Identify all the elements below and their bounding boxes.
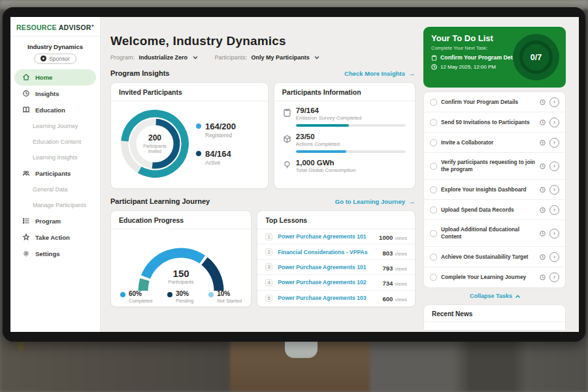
active-dot — [196, 151, 201, 156]
clock-icon — [540, 120, 546, 125]
lesson-link[interactable]: Power Purchase Agreements 102 — [278, 279, 377, 286]
todo-progress-count: 0/7 — [531, 53, 542, 62]
lesson-link[interactable]: Financial Considerations - VPPAs — [278, 249, 377, 255]
todo-next-task: Confirm Your Program Details — [440, 54, 522, 61]
education-progress-card: Education Progress 150 Participants 60% … — [110, 210, 252, 307]
emission-survey-progress — [296, 124, 406, 127]
clipboard-icon — [431, 55, 437, 61]
participants-filter-value: Only My Participants — [252, 54, 310, 61]
sidebar-item-take-action[interactable]: Take Action — [14, 229, 96, 246]
go-to-learning-journey-link[interactable]: Go to Learning Journey → — [335, 197, 416, 205]
home-icon — [22, 73, 30, 81]
task-checkbox[interactable] — [430, 139, 437, 146]
lesson-link[interactable]: Power Purchase Agreements 103 — [278, 295, 377, 301]
take-action-icon — [22, 233, 30, 241]
book-icon — [22, 106, 30, 114]
gear-icon — [22, 250, 30, 257]
todo-panel: Your To Do List Complete Your Next Task:… — [423, 17, 567, 332]
task-row: Send 50 Invitations to Participants › — [424, 112, 565, 133]
sidebar-item-education[interactable]: Education — [14, 102, 96, 118]
sidebar-item-learning-insights[interactable]: Learning Insights — [10, 150, 100, 165]
sponsor-badge[interactable]: Sponsor — [34, 54, 76, 64]
sidebar: RESOURCE ADVISOR+ Industry Dynamics Spon… — [10, 17, 101, 332]
task-go-button[interactable]: › — [549, 161, 559, 171]
lesson-row: 3 Power Purchase Agreements 101 793views — [257, 260, 415, 275]
program-filter[interactable]: Program: Industrialize Zero — [110, 54, 198, 61]
task-row: Achieve One Sustainability Target › — [424, 247, 565, 267]
program-filter-value: Industrialize Zero — [139, 54, 188, 61]
lesson-row: 4 Power Purchase Agreements 102 734views — [257, 275, 415, 290]
lesson-link[interactable]: Power Purchase Agreements 101 — [278, 233, 374, 240]
task-go-button[interactable]: › — [549, 97, 559, 107]
sidebar-item-manage-participants[interactable]: Manage Participants — [10, 197, 100, 213]
task-checkbox[interactable] — [430, 119, 437, 126]
participants-filter-label: Participants: — [215, 54, 248, 61]
task-list: Confirm Your Program Details › Send 50 I… — [423, 91, 566, 288]
task-go-button[interactable]: › — [549, 272, 559, 282]
task-row: Invite a Collaborator › — [424, 133, 565, 153]
sidebar-item-settings[interactable]: Settings — [14, 246, 96, 262]
sidebar-item-general-data[interactable]: General Data — [10, 182, 100, 197]
recent-news-title: Recent News — [424, 305, 565, 322]
task-row: Verify participants requesting to join t… — [424, 153, 565, 180]
gauge-center-label: Participants — [125, 279, 237, 285]
card-title: Invited Participants — [111, 83, 268, 101]
background-bottom-left — [0, 337, 230, 392]
participants-filter[interactable]: Participants: Only My Participants — [215, 54, 320, 61]
task-row: Explore Your Insights Dashboard › — [424, 180, 565, 200]
task-checkbox[interactable] — [430, 253, 437, 261]
lesson-link[interactable]: Power Purchase Agreements 101 — [278, 264, 377, 270]
task-go-button[interactable]: › — [549, 229, 559, 238]
task-go-button[interactable]: › — [549, 118, 559, 127]
donut-center-label: Participants Invited — [138, 144, 172, 155]
sidebar-item-program[interactable]: Program — [14, 213, 96, 229]
task-checkbox[interactable] — [430, 206, 437, 214]
section-title-program-insights: Program Insights — [110, 69, 169, 77]
sidebar-item-label: Participants — [35, 170, 71, 177]
metric-actions-completed: 23/50 Actions Completed — [284, 133, 406, 153]
sidebar-item-participants[interactable]: Participants — [14, 165, 96, 182]
education-progress-gauge-chart: 150 Participants — [125, 235, 237, 285]
task-checkbox[interactable] — [430, 186, 437, 193]
sidebar-item-label: Home — [35, 74, 52, 81]
clock-icon — [540, 187, 546, 193]
top-lessons-card: Top Lessons 1 Power Purchase Agreements … — [257, 210, 416, 307]
sidebar-item-home[interactable]: Home — [14, 69, 96, 86]
task-checkbox[interactable] — [430, 163, 437, 170]
brand-primary: RESOURCE — [16, 24, 57, 31]
card-title: Participants Information — [274, 83, 415, 101]
clock-icon — [540, 163, 546, 169]
card-title: Education Progress — [111, 211, 251, 229]
task-go-button[interactable]: › — [549, 252, 559, 262]
completed-dot — [120, 292, 125, 297]
collapse-tasks-link[interactable]: Collapse Tasks — [423, 293, 567, 299]
sidebar-item-insights[interactable]: Insights — [14, 86, 96, 102]
check-more-insights-link[interactable]: Check More Insights → — [344, 69, 416, 77]
task-go-button[interactable]: › — [549, 185, 559, 195]
clock-icon — [540, 207, 546, 213]
lesson-row: 2 Financial Considerations - VPPAs 803vi… — [257, 244, 415, 259]
actions-progress — [296, 150, 406, 153]
filter-bar: Program: Industrialize Zero Participants… — [110, 54, 416, 61]
lesson-row: 5 Power Purchase Agreements 103 600views — [257, 291, 415, 306]
todo-due-date: 12 May 2025, 12:00 PM — [440, 64, 496, 70]
sidebar-item-education-content[interactable]: Education Content — [10, 134, 100, 150]
legend-active: 84/164 Active — [196, 149, 236, 166]
task-checkbox[interactable] — [430, 274, 437, 281]
task-go-button[interactable]: › — [549, 138, 559, 148]
chevron-down-icon — [193, 54, 198, 61]
sidebar-item-label: Program — [35, 218, 61, 225]
task-checkbox[interactable] — [430, 99, 437, 106]
arrow-right-icon: → — [408, 197, 416, 205]
task-go-button[interactable]: › — [549, 205, 559, 215]
page-title: Welcome, Industry Dynamics — [110, 34, 416, 48]
sidebar-item-learning-journey[interactable]: Learning Journey — [10, 118, 100, 134]
clock-icon — [540, 254, 546, 260]
org-name: Industry Dynamics — [10, 43, 100, 50]
actions-icon — [284, 135, 291, 143]
task-checkbox[interactable] — [430, 230, 437, 237]
registered-dot — [196, 123, 201, 129]
invited-participants-card: Invited Participants 200 Participants In… — [110, 82, 269, 189]
clock-icon — [540, 140, 546, 146]
sidebar-item-label: Take Action — [35, 234, 70, 241]
